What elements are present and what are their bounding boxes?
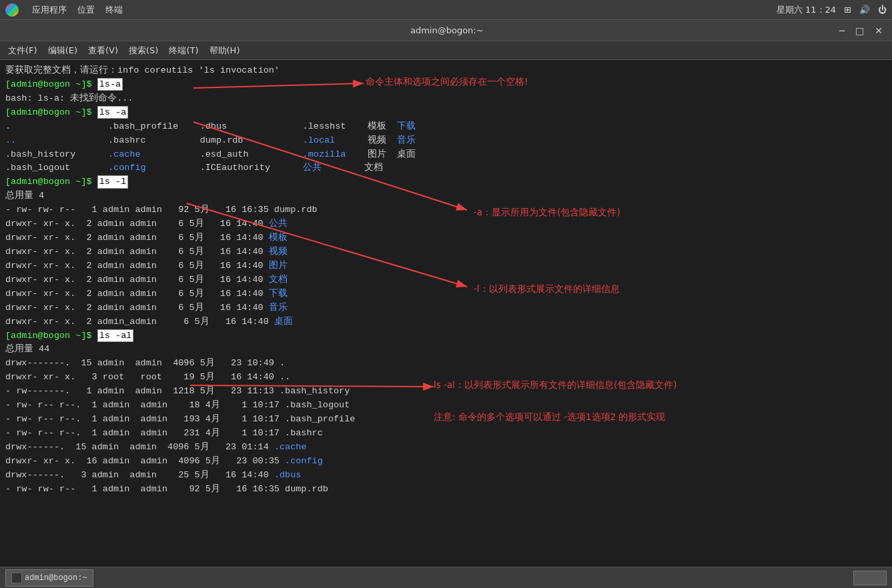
terminal-taskbar-icon (11, 573, 22, 583)
menu-apps[interactable]: 应用程序 (32, 4, 67, 16)
terminal-line-18: drwxr- xr- x. 2 admin admin 6 5月 16 14:4… (5, 301, 887, 315)
taskbar-app-button[interactable]: admin@bogon:~ (5, 569, 93, 587)
menu-terminal[interactable]: 终端(T) (163, 43, 203, 58)
terminal-line-25: - rw- r-- r--. 1 admin admin 18 4月 1 10:… (5, 399, 887, 413)
cmd-lsl: ls -l (97, 175, 129, 189)
cmd-lsa-wrong: ls-a (97, 78, 123, 91)
close-button[interactable]: ✕ (871, 25, 887, 36)
terminal-line-3: bash: ls-a: 未找到命令... (5, 92, 887, 106)
menu-search[interactable]: 搜索(S) (123, 43, 163, 58)
terminal-line-30: drwx------. 3 admin admin 25 5月 16 14:40… (5, 469, 887, 483)
cmd-lsal: ls -al (97, 329, 134, 343)
taskbar-bottom: admin@bogon:~ (0, 567, 892, 588)
annotation-5: 注意: 命令的多个选项可以通过 -选项1选项2 的形式实现 (434, 411, 665, 423)
terminal-line-11: - rw- rw- r-- 1 admin admin 92 5月 16 16:… (5, 203, 887, 217)
volume-icon[interactable]: 🔊 (859, 5, 870, 15)
terminal-line-14: drwxr- xr- x. 2 admin admin 6 5月 16 14:4… (5, 245, 887, 259)
cmd-lsa-correct: ls -a (97, 106, 129, 119)
terminal-line-7: .bash_history .cache .esd_auth .mozilla … (5, 148, 887, 162)
taskbar-app-label: admin@bogon:~ (25, 573, 87, 583)
terminal-line-15: drwxr- xr- x. 2 admin admin 6 5月 16 14:4… (5, 259, 887, 273)
terminal-line-17: drwxr- xr- x. 2 admin admin 6 5月 16 14:4… (5, 287, 887, 301)
terminal-line-29: drwxr- xr- x. 16 admin admin 4096 5月 23 … (5, 455, 887, 469)
terminal-body[interactable]: 要获取完整文档，请运行：info coreutils 'ls invocatio… (0, 60, 892, 568)
maximize-button[interactable]: □ (851, 25, 868, 36)
terminal-line-8: .bash_logout .config .ICEauthority 公共 文档 (5, 161, 887, 175)
menu-edit[interactable]: 编辑(E) (43, 43, 83, 58)
terminal-line-12: drwxr- xr- x. 2 admin admin 6 5月 16 14:4… (5, 217, 887, 231)
network-icon: ⊞ (844, 5, 851, 15)
menu-location[interactable]: 位置 (77, 4, 95, 16)
menu-help[interactable]: 帮助(H) (204, 43, 246, 58)
taskbar-top: 应用程序 位置 终端 星期六 11：24 ⊞ 🔊 ⏻ (0, 0, 892, 20)
terminal-line-21: 总用量 44 (5, 343, 887, 357)
taskbar-right-btn[interactable] (853, 571, 887, 585)
terminal-line-27: - rw- r-- r--. 1 admin admin 231 4月 1 10… (5, 427, 887, 441)
terminal-line-31: - rw- rw- r-- 1 admin admin 92 5月 16 16:… (5, 483, 887, 497)
power-icon[interactable]: ⏻ (878, 5, 887, 15)
minimize-button[interactable]: ─ (835, 25, 849, 36)
terminal-line-19: drwxr- xr- x. 2 admin_admin 6 5月 16 14:4… (5, 315, 887, 329)
terminal-line-4: [admin@bogon ~]$ ls -a (5, 106, 887, 120)
terminal-line-10: 总用量 4 (5, 189, 887, 203)
terminal-line-6: .. .bashrc dump.rdb .local 视频 音乐 (5, 134, 887, 148)
title-bar: admin@bogon:~ ─ □ ✕ (0, 20, 892, 41)
taskbar-datetime: 星期六 11：24 (777, 4, 836, 16)
annotation-2: -a：显示所用为文件(包含隐藏文件) (474, 207, 620, 219)
app-icon (5, 3, 19, 17)
annotation-4: ls -al：以列表形式展示所有文件的详细信息(包含隐藏文件) (434, 379, 677, 391)
terminal-line-5: . .bash_profile .dbus .lesshst 模板 下载 (5, 120, 887, 134)
menu-bar: 文件(F) 编辑(E) 查看(V) 搜索(S) 终端(T) 帮助(H) (0, 41, 892, 60)
terminal-line-13: drwxr- xr- x. 2 admin admin 6 5月 16 14:4… (5, 231, 887, 245)
menu-terminal[interactable]: 终端 (105, 4, 123, 16)
terminal-window: admin@bogon:~ ─ □ ✕ 文件(F) 编辑(E) 查看(V) 搜索… (0, 20, 892, 568)
terminal-line-9: [admin@bogon ~]$ ls -l (5, 175, 887, 189)
menu-file[interactable]: 文件(F) (3, 43, 43, 58)
annotation-1: 命令主体和选项之间必须存在一个空格! (366, 76, 528, 88)
window-title: admin@bogon:~ (59, 25, 835, 35)
menu-view[interactable]: 查看(V) (83, 43, 123, 58)
annotation-3: -l：以列表形式展示文件的详细信息 (474, 283, 620, 295)
terminal-line-22: drwx-------. 15 admin admin 4096 5月 23 1… (5, 357, 887, 371)
terminal-line-28: drwx------. 15 admin admin 4096 5月 23 01… (5, 441, 887, 455)
terminal-line-16: drwxr- xr- x. 2 admin admin 6 5月 16 14:4… (5, 273, 887, 287)
terminal-line-20: [admin@bogon ~]$ ls -al (5, 329, 887, 343)
